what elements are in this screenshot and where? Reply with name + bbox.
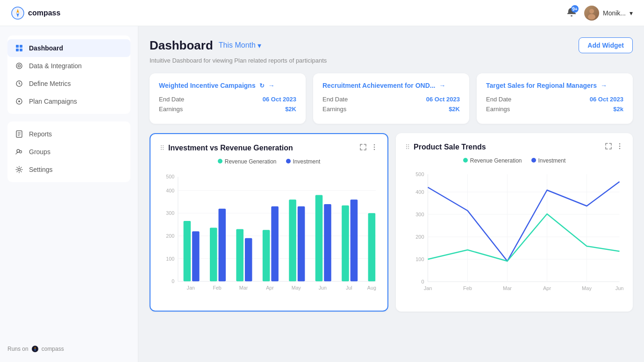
sidebar-groups-label: Groups <box>29 148 50 156</box>
line-chart-area: 0 100 200 300 400 500 Jan Feb Mar <box>405 170 623 300</box>
card-weighted-incentive: Weighted Incentive Campaigns ↻ → End Dat… <box>150 73 306 124</box>
svg-rect-49 <box>298 206 305 282</box>
sidebar-item-define-metrics[interactable]: Define Metrics <box>7 75 130 92</box>
svg-text:100: 100 <box>415 256 424 262</box>
more-icon <box>371 143 378 151</box>
compass-logo-icon <box>11 7 24 20</box>
svg-rect-44 <box>236 229 243 281</box>
svg-text:Apr: Apr <box>543 285 551 291</box>
svg-text:Feb: Feb <box>213 285 221 291</box>
bar-chart-expand-button[interactable] <box>359 143 367 153</box>
data-integration-icon <box>15 62 23 70</box>
groups-icon <box>15 148 23 156</box>
sidebar-item-data-integration[interactable]: Data & Integration <box>7 57 130 75</box>
legend-investment-label: Investment <box>293 158 321 165</box>
card-1-arrow-icon[interactable]: → <box>268 82 275 89</box>
svg-rect-47 <box>271 206 279 282</box>
line-legend-investment-item: Investment <box>531 157 566 164</box>
charts-row: ⠿ Investment vs Revenue Generation Reven… <box>150 133 633 312</box>
page-subtitle: Intuitive Dashboard for viewing Plan rel… <box>150 57 633 64</box>
notification-button[interactable]: 9+ <box>566 7 577 19</box>
line-legend-revenue-label: Revenue Generation <box>470 157 522 164</box>
svg-point-65 <box>619 148 621 149</box>
sidebar-item-reports[interactable]: Reports <box>7 125 130 143</box>
card-recruitment: Recruitment Achievement for OND... → End… <box>313 73 469 124</box>
svg-rect-54 <box>368 213 376 281</box>
line-chart-header: ⠿ Product Sale Trends <box>405 142 623 152</box>
legend-investment-item: Investment <box>286 158 321 165</box>
svg-point-14 <box>18 100 20 102</box>
sidebar-data-label: Data & Integration <box>29 62 82 70</box>
sidebar-metrics-label: Define Metrics <box>29 80 71 87</box>
bar-chart-more-button[interactable] <box>371 143 378 153</box>
card-1-enddate-value: 06 Oct 2023 <box>263 96 296 103</box>
period-chevron-icon: ▾ <box>258 41 261 50</box>
card-3-title-text: Target Sales for Regional Managers <box>486 82 597 89</box>
card-target-sales: Target Sales for Regional Managers → End… <box>477 73 633 124</box>
legend-investment-dot <box>286 159 291 163</box>
line-chart-svg: 0 100 200 300 400 500 Jan Feb Mar <box>405 170 623 300</box>
chevron-down-icon: ▾ <box>630 9 633 17</box>
svg-text:Jun: Jun <box>615 285 623 291</box>
svg-rect-8 <box>16 49 19 51</box>
sidebar-reports-label: Reports <box>29 130 52 138</box>
avatar <box>584 6 599 21</box>
bar-chart-drag-icon: ⠿ <box>160 144 165 152</box>
svg-text:300: 300 <box>166 210 174 216</box>
logo: compass <box>11 7 60 20</box>
svg-point-0 <box>12 7 24 19</box>
reports-icon <box>15 130 23 138</box>
add-widget-button[interactable]: Add Widget <box>579 37 633 53</box>
svg-point-27 <box>374 149 375 150</box>
sidebar-item-dashboard[interactable]: Dashboard <box>7 39 130 57</box>
period-selector-button[interactable]: This Month ▾ <box>219 41 261 50</box>
svg-text:300: 300 <box>415 212 424 217</box>
svg-text:200: 200 <box>166 233 174 239</box>
card-2-enddate-value: 06 Oct 2023 <box>426 96 460 103</box>
topnav: compass 9+ Monik... ▾ <box>0 0 644 26</box>
card-2-arrow-icon[interactable]: → <box>439 82 445 89</box>
svg-point-3 <box>571 15 572 16</box>
settings-icon <box>15 165 23 174</box>
define-metrics-icon <box>15 79 23 88</box>
main-layout: Dashboard Data & Integration Define Metr… <box>0 26 644 362</box>
sidebar: Dashboard Data & Integration Define Metr… <box>0 26 138 362</box>
topnav-right: 9+ Monik... ▾ <box>566 6 633 21</box>
card-title-2: Recruitment Achievement for OND... → <box>322 82 460 89</box>
line-chart-expand-button[interactable] <box>605 142 612 152</box>
card-1-enddate-label: End Date <box>159 96 184 103</box>
svg-point-64 <box>619 146 621 147</box>
card-2-earnings-row: Earnings $2K <box>322 106 460 113</box>
svg-rect-42 <box>210 227 217 281</box>
page-title: Dashboard <box>150 38 213 53</box>
svg-rect-9 <box>20 49 22 51</box>
main-content: Dashboard This Month ▾ Add Widget Intuit… <box>138 26 644 362</box>
card-2-title-text: Recruitment Achievement for OND... <box>322 82 435 89</box>
card-1-earnings-value: $2K <box>285 106 296 113</box>
svg-point-4 <box>589 9 594 14</box>
line-chart-more-button[interactable] <box>616 142 623 152</box>
svg-rect-43 <box>219 209 226 282</box>
sidebar-item-plan-campaigns[interactable]: Plan Campaigns <box>7 92 130 110</box>
svg-text:May: May <box>292 285 301 291</box>
expand-icon <box>359 143 367 151</box>
svg-rect-46 <box>263 230 270 281</box>
svg-text:Jan: Jan <box>187 285 195 291</box>
user-menu-button[interactable]: Monik... ▾ <box>584 6 633 21</box>
svg-text:Apr: Apr <box>266 285 274 291</box>
svg-text:Mar: Mar <box>239 285 248 291</box>
svg-rect-50 <box>315 195 323 281</box>
card-3-arrow-icon[interactable]: → <box>601 82 607 89</box>
svg-text:Feb: Feb <box>463 285 472 291</box>
svg-text:0: 0 <box>421 279 424 284</box>
sidebar-item-settings[interactable]: Settings <box>7 161 130 178</box>
card-title-3: Target Sales for Regional Managers → <box>486 82 623 89</box>
line-chart-drag-icon: ⠿ <box>405 143 410 151</box>
card-3-earnings-value: $2k <box>613 106 623 113</box>
bar-chart-area: 0 100 200 300 400 500 <box>160 170 378 301</box>
sidebar-item-groups[interactable]: Groups <box>7 143 130 161</box>
bar-chart-header: ⠿ Investment vs Revenue Generation <box>160 143 378 153</box>
legend-revenue-dot <box>218 159 222 163</box>
footer-logo-icon <box>31 345 39 353</box>
more-icon-2 <box>616 142 623 150</box>
